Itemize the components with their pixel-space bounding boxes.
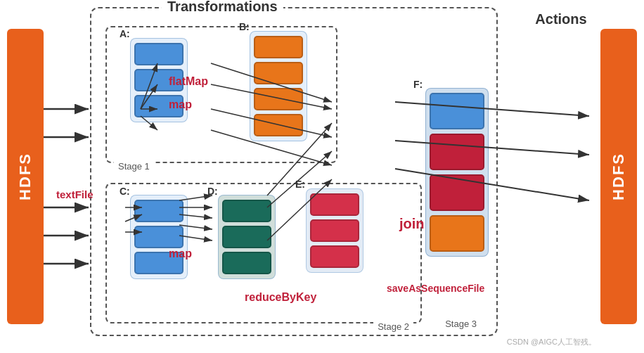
hdfs-right-label: HDFS	[610, 153, 628, 200]
rdd-block-c2	[134, 226, 183, 248]
group-f-label: F:	[413, 79, 423, 90]
rdd-block-a1	[134, 43, 183, 65]
rdd-block-f1	[430, 93, 484, 129]
join-label: join	[399, 216, 425, 232]
group-e	[306, 188, 363, 273]
stage3-label: Stage 3	[445, 319, 477, 329]
rdd-block-f4	[430, 215, 484, 252]
textfile-label: textFile	[56, 188, 94, 200]
group-d-label: D:	[207, 186, 218, 197]
group-c-label: C:	[120, 186, 130, 197]
rdd-block-e1	[310, 193, 359, 216]
rdd-block-b2	[254, 62, 303, 84]
transformations-box: Transformations Stage 1 Stage 2 Stage 3 …	[90, 7, 498, 336]
transformations-label: Transformations	[162, 0, 283, 15]
reducebykey-label: reduceByKey	[245, 291, 316, 304]
actions-label: Actions	[535, 11, 586, 27]
rdd-block-b4	[254, 114, 303, 136]
map-stage2-label: map	[169, 248, 192, 260]
rdd-block-b3	[254, 88, 303, 110]
rdd-block-e2	[310, 219, 359, 242]
save-label: saveAsSequenceFile	[387, 283, 484, 294]
rdd-block-f2	[430, 134, 484, 170]
rdd-block-c1	[134, 200, 183, 222]
group-b	[250, 31, 307, 141]
group-a-label: A:	[120, 28, 130, 39]
watermark: CSDN @AIGC人工智残。	[507, 337, 596, 347]
stage2-label: Stage 2	[373, 321, 413, 332]
flatmap-label: flatMap	[169, 75, 208, 88]
rdd-block-f3	[430, 174, 484, 211]
hdfs-left-label: HDFS	[16, 153, 34, 200]
hdfs-right: HDFS	[600, 29, 637, 324]
group-c	[130, 195, 188, 279]
map-stage1-label: map	[169, 98, 192, 111]
stage1-label: Stage 1	[114, 161, 154, 172]
rdd-block-e3	[310, 245, 359, 268]
actions-box: Actions	[526, 7, 596, 32]
group-e-label: E:	[295, 179, 305, 190]
hdfs-left: HDFS	[7, 29, 44, 324]
group-b-label: B:	[239, 21, 250, 32]
group-f	[425, 88, 489, 257]
rdd-block-d1	[222, 200, 271, 222]
rdd-block-b1	[254, 36, 303, 58]
rdd-block-d2	[222, 226, 271, 248]
group-d	[218, 195, 276, 279]
rdd-block-d3	[222, 252, 271, 274]
